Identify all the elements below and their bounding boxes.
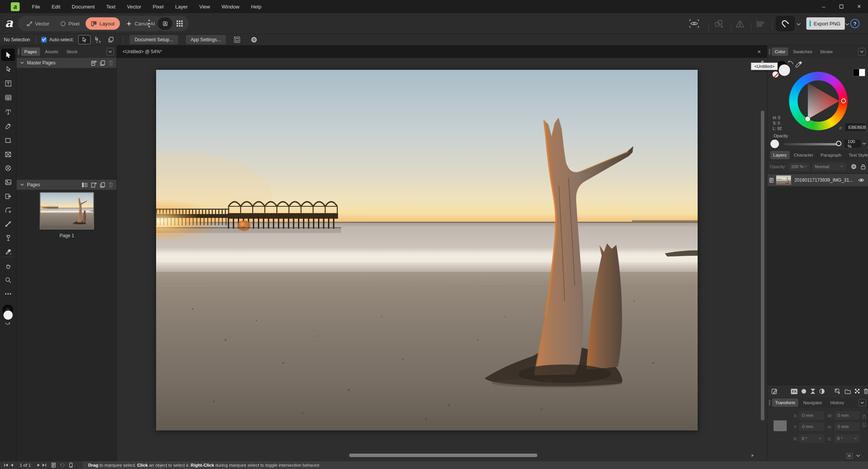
fill-tool[interactable] [1,218,15,230]
duplicate-page-icon[interactable] [100,60,105,66]
fx-icon[interactable]: FX [791,389,798,394]
snapping-dropdown[interactable] [796,23,801,26]
hue-selector[interactable] [841,98,846,103]
trash-icon[interactable] [863,388,868,394]
x-field[interactable]: 0 mm [799,411,824,420]
vertical-scrollbar-thumb[interactable] [761,111,764,420]
tab-text-styles[interactable]: Text Styles [846,151,868,159]
app-settings-button[interactable]: App Settings... [186,35,226,44]
export-png-button[interactable]: Export PNG [806,17,845,30]
hex-input[interactable]: EBEBEB [845,123,865,131]
triangle-selector[interactable] [805,116,810,121]
placed-photo[interactable] [156,70,698,430]
horizontal-scrollbar-thumb[interactable] [349,454,537,457]
tab-navigator[interactable]: Navigator [800,398,825,407]
close-button[interactable]: × [850,0,868,13]
group-folder-icon[interactable] [844,389,851,394]
tab-pages[interactable]: Pages [21,47,40,56]
tab-layers[interactable]: Layers [770,151,790,159]
trash-icon[interactable] [108,60,113,66]
no-color-well[interactable] [772,71,779,78]
opacity-slider-track[interactable] [784,143,841,145]
lock-icon[interactable] [861,164,866,170]
panel-drag-handle[interactable] [769,49,770,55]
menu-layer[interactable]: Layer [170,0,194,13]
panel-menu-button[interactable] [106,48,114,56]
studio-grid-button[interactable] [172,16,187,31]
page-list-view-icon[interactable] [82,182,88,188]
menu-help[interactable]: Help [245,0,267,13]
opacity-swatch[interactable] [770,140,779,148]
duplicate-page-icon[interactable] [100,182,105,188]
persona-canva-ai[interactable]: Canva AI [121,16,160,31]
pen-tool[interactable] [1,120,15,132]
menu-view[interactable]: View [193,0,216,13]
auto-select-checkbox[interactable] [41,37,47,42]
w-field[interactable]: 0 mm [834,411,860,420]
tab-assets[interactable]: Assets [42,47,62,56]
layers-opacity-dropdown[interactable]: 100 % [788,163,810,171]
shear-dropdown[interactable]: 0 ° [834,434,860,443]
scroll-right-arrow[interactable] [751,454,754,457]
menu-window[interactable]: Window [216,0,245,13]
snapping-button[interactable] [775,16,795,31]
menu-text[interactable]: Text [101,0,121,13]
master-pages-header[interactable]: Master Pages [17,58,116,68]
margins-button[interactable] [234,36,241,43]
character-language-button[interactable] [158,17,172,30]
menu-edit[interactable]: Edit [46,0,66,13]
pages-view-icon[interactable] [51,462,56,468]
document-page[interactable] [156,70,698,430]
corner-tool[interactable] [1,204,15,216]
export-dropdown[interactable] [845,23,849,26]
preview-mode-button[interactable] [689,19,699,28]
minimize-button[interactable]: – [815,0,833,13]
adjustment-icon[interactable] [819,388,825,394]
flip-button[interactable] [735,20,745,28]
artistic-text-tool[interactable] [1,106,15,118]
rotation-dropdown[interactable]: 0 ° [799,434,824,443]
tab-paragraph[interactable]: Paragraph [818,151,844,159]
tab-history[interactable]: History [827,398,847,407]
next-page-button[interactable] [37,463,40,467]
document-tab[interactable]: <Untitled> @ 54%* [123,46,162,58]
panel-menu-button[interactable] [858,48,866,56]
content-tool[interactable] [1,190,15,202]
fill-layer-icon[interactable] [801,388,807,394]
picture-frame-ellipse-tool[interactable] [1,162,15,174]
panel-drag-handle[interactable] [18,49,19,55]
layer-thumbnail[interactable] [776,175,791,185]
frame-text-tool[interactable] [1,77,15,89]
visibility-eye-icon[interactable] [858,178,865,182]
y-field[interactable]: 0 mm [799,422,824,431]
menu-document[interactable]: Document [66,0,100,13]
swap-fill-stroke-icon[interactable] [787,60,794,65]
layer-row[interactable]: 20160117173939_IMG_31... [767,174,868,187]
more-tools-button[interactable] [1,288,15,300]
color-picker-tool[interactable] [1,246,15,258]
more-personas-button[interactable] [147,19,151,28]
device-preview-icon[interactable] [69,462,73,468]
pages-header[interactable]: Pages [17,180,116,190]
add-page-icon[interactable] [91,182,97,188]
tab-character[interactable]: Character [791,151,817,159]
close-document-icon[interactable]: × [757,49,761,54]
layer-name[interactable]: 20160117173939_IMG_31... [794,177,853,183]
checker-transparency-icon[interactable] [855,388,860,394]
settings-gear-button[interactable] [251,36,257,43]
tab-color[interactable]: Color [772,47,788,56]
page-thumbnail[interactable] [40,192,94,229]
trash-icon[interactable] [108,182,113,188]
zoom-tool[interactable] [1,274,15,286]
tab-swatches[interactable]: Swatches [790,47,815,56]
last-page-button[interactable] [42,463,47,467]
view-tool[interactable] [1,260,15,272]
transparency-tool[interactable] [1,232,15,244]
chevron-down-icon[interactable] [862,142,866,145]
mask-layer-icon[interactable] [810,388,816,394]
tab-stock[interactable]: Stock [63,47,81,56]
select-object-mode-button[interactable] [78,35,91,44]
maximize-button[interactable] [833,0,850,13]
move-tool[interactable] [1,49,15,61]
blend-options-gear-icon[interactable] [851,164,857,170]
